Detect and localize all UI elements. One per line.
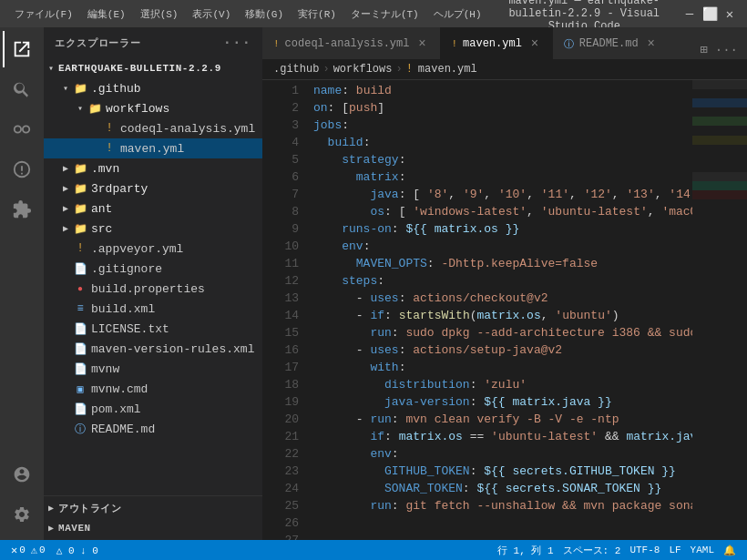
pom-icon: 📄: [73, 402, 87, 416]
status-encoding[interactable]: UTF-8: [626, 545, 663, 555]
yml-exclaim-icon: !: [102, 121, 117, 136]
sidebar-item-maven-rules[interactable]: ▾ 📄 maven-version-rules.xml: [44, 339, 262, 359]
status-spaces[interactable]: スペース: 2: [559, 544, 625, 557]
tab-maven-close[interactable]: ×: [527, 36, 542, 51]
code-editor[interactable]: 12345 678910 1112131415 1617181920 21222…: [262, 80, 747, 540]
menu-help[interactable]: ヘルプ(H): [428, 5, 487, 23]
status-branch[interactable]: △ 0 ↓ 0: [53, 545, 102, 556]
accounts-activity-icon[interactable]: [4, 456, 40, 493]
close-button[interactable]: ✕: [721, 5, 738, 22]
status-left: ✕ 0 ⚠ 0 △ 0 ↓ 0: [7, 544, 102, 557]
menu-terminal[interactable]: ターミナル(T): [345, 5, 425, 23]
code-content[interactable]: name: build on: [push] jobs: build: stra…: [306, 80, 692, 540]
menu-select[interactable]: 選択(S): [135, 5, 184, 23]
menu-file[interactable]: ファイル(F): [9, 5, 78, 23]
split-editor-icon[interactable]: ⊞: [698, 40, 709, 59]
folder-icon: 📁: [73, 181, 87, 196]
sidebar-item-maven[interactable]: ▾ ! maven.yml: [44, 138, 262, 158]
warning-count: 0: [39, 545, 46, 555]
sidebar-item-build-xml[interactable]: ▾ ≡ build.xml: [44, 299, 262, 319]
maximize-button[interactable]: ⬜: [701, 5, 718, 22]
menu-go[interactable]: 移動(G): [240, 5, 289, 23]
expand-workflows-icon: ▾: [73, 101, 87, 116]
sidebar-item-src[interactable]: ▶ 📁 src: [44, 219, 262, 239]
status-position[interactable]: 行 1, 列 1: [494, 544, 558, 557]
menu-run[interactable]: 実行(R): [292, 5, 342, 23]
sidebar-item-pom[interactable]: ▾ 📄 pom.xml: [44, 399, 262, 419]
activity-bar: [0, 27, 44, 540]
tab-readme[interactable]: ⓘ README.md ×: [553, 27, 670, 59]
main-layout: エクスプローラー ··· ▾ EARTHQUAKE-BULLETIN-2.2.9…: [0, 27, 747, 540]
more-actions-icon[interactable]: ···: [713, 41, 740, 59]
sidebar-header: エクスプローラー ···: [44, 27, 262, 58]
window-controls[interactable]: — ⬜ ✕: [681, 5, 738, 22]
build-properties-label: build.properties: [91, 282, 205, 296]
sidebar-item-build-properties[interactable]: ▾ ● build.properties: [44, 279, 262, 299]
settings-activity-icon[interactable]: [4, 496, 40, 533]
sidebar-item-appveyor[interactable]: ▾ ! .appveyor.yml: [44, 239, 262, 259]
encoding-label: UTF-8: [629, 545, 660, 555]
sidebar-item-mvnw[interactable]: ▾ 📄 mvnw: [44, 359, 262, 379]
sidebar-item-maven-section[interactable]: ▶ MAVEN: [44, 518, 262, 538]
tab-codeql-label: codeql-analysis.yml: [285, 37, 410, 50]
source-control-activity-icon[interactable]: [4, 111, 40, 148]
tab-codeql[interactable]: ! codeql-analysis.yml ×: [262, 27, 440, 59]
readme-label: README.md: [91, 423, 155, 436]
sidebar-item-root[interactable]: ▾ EARTHQUAKE-BULLETIN-2.2.9: [44, 58, 262, 78]
breadcrumb-github[interactable]: .github: [273, 63, 319, 76]
line-ending-label: LF: [669, 545, 680, 555]
minimap-content: [692, 80, 747, 540]
breadcrumb-exclaim-icon: !: [406, 63, 413, 76]
status-notifications[interactable]: 🔔: [720, 545, 740, 556]
breadcrumb-workflows[interactable]: workflows: [333, 63, 393, 76]
sidebar-item-ant[interactable]: ▶ 📁 ant: [44, 199, 262, 219]
title-bar: ファイル(F) 編集(E) 選択(S) 表示(V) 移動(G) 実行(R) ター…: [0, 0, 747, 27]
tab-maven-label: maven.yml: [463, 37, 522, 50]
outline-arrow-icon: ▶: [44, 501, 58, 515]
readme-icon: ⓘ: [73, 422, 87, 436]
folder-icon: 📁: [87, 101, 102, 116]
tabs-bar: ! codeql-analysis.yml × ! maven.yml × ⓘ …: [262, 27, 747, 59]
sidebar-content: ▾ EARTHQUAKE-BULLETIN-2.2.9 ▾ 📁 .github …: [44, 58, 262, 495]
sidebar-item-readme[interactable]: ▾ ⓘ README.md: [44, 419, 262, 439]
outline-label: アウトライン: [58, 502, 121, 515]
tab-readme-icon: ⓘ: [564, 37, 574, 51]
sidebar-item-mvn[interactable]: ▶ 📁 .mvn: [44, 158, 262, 178]
pom-label: pom.xml: [91, 402, 141, 416]
sidebar-item-mvnw-cmd[interactable]: ▾ ▣ mvnw.cmd: [44, 379, 262, 399]
sidebar-item-outline[interactable]: ▶ アウトライン: [44, 498, 262, 518]
menu-bar[interactable]: ファイル(F) 編集(E) 選択(S) 表示(V) 移動(G) 実行(R) ター…: [9, 5, 487, 23]
status-line-ending[interactable]: LF: [665, 545, 684, 555]
tab-codeql-close[interactable]: ×: [414, 36, 429, 51]
maven-rules-label: maven-version-rules.xml: [91, 342, 254, 356]
tab-maven-icon: !: [451, 38, 457, 49]
sidebar-item-codeql[interactable]: ▾ ! codeql-analysis.yml: [44, 118, 262, 138]
github-label: .github: [91, 82, 141, 96]
ant-label: ant: [91, 202, 112, 216]
gitignore-label: .gitignore: [91, 262, 162, 276]
tab-readme-close[interactable]: ×: [644, 36, 659, 51]
sidebar-item-workflows[interactable]: ▾ 📁 workflows: [44, 98, 262, 118]
sidebar-item-3rdparty[interactable]: ▶ 📁 3rdparty: [44, 178, 262, 199]
menu-edit[interactable]: 編集(E): [82, 5, 131, 23]
breadcrumb-maven[interactable]: maven.yml: [418, 63, 477, 76]
status-errors[interactable]: ✕ 0 ⚠ 0: [7, 544, 49, 557]
mvn-label: .mvn: [91, 162, 119, 176]
minimize-button[interactable]: —: [681, 5, 698, 22]
xml-icon: ≡: [73, 301, 87, 316]
explorer-activity-icon[interactable]: [3, 31, 39, 67]
status-language[interactable]: YAML: [687, 545, 718, 555]
folder-icon: 📁: [73, 161, 87, 176]
extensions-activity-icon[interactable]: [4, 191, 40, 228]
sidebar-item-github[interactable]: ▾ 📁 .github: [44, 78, 262, 98]
tab-readme-label: README.md: [579, 37, 639, 50]
debug-activity-icon[interactable]: [4, 151, 40, 188]
sidebar-item-gitignore[interactable]: ▾ 📄 .gitignore: [44, 259, 262, 279]
line-numbers: 12345 678910 1112131415 1617181920 21222…: [262, 80, 306, 540]
search-activity-icon[interactable]: [4, 71, 40, 107]
menu-view[interactable]: 表示(V): [187, 5, 236, 23]
sidebar-item-license[interactable]: ▾ 📄 LICENSE.txt: [44, 319, 262, 339]
sidebar-more-icon[interactable]: ···: [223, 35, 251, 51]
mvnw-label: mvnw: [91, 362, 119, 376]
tab-maven[interactable]: ! maven.yml ×: [440, 27, 552, 59]
